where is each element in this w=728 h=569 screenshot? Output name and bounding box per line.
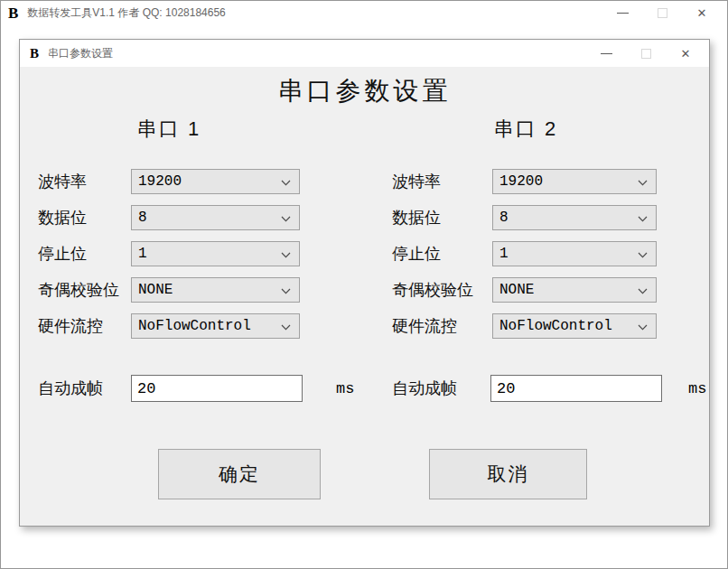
main-close-button[interactable]: ✕ [682, 1, 722, 25]
flow-control-label-2: 硬件流控 [392, 313, 457, 339]
cancel-button[interactable]: 取消 [429, 449, 587, 499]
auto-frame-unit-1: ms [336, 375, 354, 402]
chevron-down-icon [638, 324, 648, 331]
baud-rate-label-2: 波特率 [392, 169, 441, 194]
data-bits-label-1: 数据位 [38, 205, 87, 230]
auto-frame-label-2: 自动成帧 [392, 375, 457, 402]
stop-bits-label-1: 停止位 [38, 241, 87, 266]
app-icon: B [8, 5, 18, 21]
main-minimize-button[interactable] [602, 1, 642, 25]
maximize-icon [658, 8, 667, 18]
dialog-maximize-button[interactable] [626, 40, 666, 67]
flow-control-row: 硬件流控 NoFlowControl 硬件流控 NoFlowControl [20, 313, 709, 339]
dialog-titlebar: B 串口参数设置 ✕ [20, 40, 709, 67]
chevron-down-icon [638, 252, 648, 258]
stop-bits-row: 停止位 1 停止位 1 [20, 241, 709, 266]
chevron-down-icon [281, 288, 291, 294]
chevron-down-icon [638, 288, 648, 294]
dialog-minimize-button[interactable] [586, 40, 626, 67]
data-bits-value-2: 8 [499, 210, 509, 226]
chevron-down-icon [638, 180, 648, 186]
dialog-app-icon: B [30, 47, 39, 61]
baud-rate-select-2[interactable]: 19200 [492, 169, 657, 194]
data-bits-select-2[interactable]: 8 [492, 205, 657, 230]
main-maximize-button[interactable] [642, 1, 682, 25]
serial-port-2-header: 串口 2 [431, 116, 621, 143]
parity-value-2: NONE [499, 282, 534, 298]
chevron-down-icon [281, 180, 291, 186]
stop-bits-value-1: 1 [138, 246, 147, 262]
stop-bits-select-2[interactable]: 1 [492, 241, 657, 266]
parity-select-2[interactable]: NONE [492, 277, 657, 303]
chevron-down-icon [281, 324, 291, 331]
minimize-icon [617, 13, 629, 14]
dialog-title: 串口参数设置 [48, 46, 113, 61]
flow-control-select-1[interactable]: NoFlowControl [131, 313, 300, 339]
auto-frame-input-2[interactable] [490, 375, 662, 402]
main-titlebar: B 数据转发工具V1.1 作者 QQ: 1028184656 ✕ [1, 1, 727, 25]
baud-rate-value-2: 19200 [499, 173, 543, 190]
auto-frame-row: 自动成帧 ms 自动成帧 ms [20, 375, 709, 402]
stop-bits-value-2: 1 [499, 246, 509, 262]
parity-row: 奇偶校验位 NONE 奇偶校验位 NONE [20, 277, 709, 303]
data-bits-label-2: 数据位 [392, 205, 441, 230]
data-bits-value-1: 8 [138, 210, 147, 226]
close-icon: ✕ [697, 7, 707, 19]
flow-control-value-2: NoFlowControl [499, 318, 612, 334]
parity-value-1: NONE [138, 282, 173, 298]
main-window-title: 数据转发工具V1.1 作者 QQ: 1028184656 [27, 5, 225, 21]
auto-frame-input-1[interactable] [131, 375, 303, 402]
dialog-close-button[interactable]: ✕ [666, 40, 705, 67]
baud-rate-label-1: 波特率 [38, 169, 87, 194]
data-bits-row: 数据位 8 数据位 8 [20, 205, 709, 230]
serial-port-1-header: 串口 1 [74, 116, 264, 143]
main-window-controls: ✕ [602, 1, 722, 25]
baud-rate-select-1[interactable]: 19200 [131, 169, 300, 194]
auto-frame-label-1: 自动成帧 [38, 375, 103, 402]
parity-select-1[interactable]: NONE [131, 277, 300, 303]
main-window: B 数据转发工具V1.1 作者 QQ: 1028184656 ✕ B 串口参数设… [0, 0, 728, 569]
baud-rate-value-1: 19200 [138, 173, 182, 190]
auto-frame-unit-2: ms [688, 375, 706, 402]
minimize-icon [601, 53, 612, 54]
parity-label-2: 奇偶校验位 [392, 277, 473, 303]
close-icon: ✕ [681, 48, 691, 60]
dialog-window-controls: ✕ [586, 40, 705, 67]
stop-bits-select-1[interactable]: 1 [131, 241, 300, 266]
maximize-icon [641, 49, 651, 59]
flow-control-label-1: 硬件流控 [38, 313, 103, 339]
baud-rate-row: 波特率 19200 波特率 19200 [20, 169, 709, 194]
data-bits-select-1[interactable]: 8 [131, 205, 300, 230]
chevron-down-icon [281, 252, 291, 258]
flow-control-select-2[interactable]: NoFlowControl [492, 313, 657, 339]
dialog-heading: 串口参数设置 [20, 74, 709, 108]
parity-label-1: 奇偶校验位 [38, 277, 119, 303]
chevron-down-icon [638, 216, 648, 222]
serial-settings-dialog: B 串口参数设置 ✕ 串口参数设置 串口 1 串口 2 波特率 19200 波特… [19, 39, 710, 527]
flow-control-value-1: NoFlowControl [138, 318, 251, 334]
stop-bits-label-2: 停止位 [392, 241, 441, 266]
chevron-down-icon [281, 216, 291, 222]
ok-button[interactable]: 确定 [158, 449, 321, 499]
